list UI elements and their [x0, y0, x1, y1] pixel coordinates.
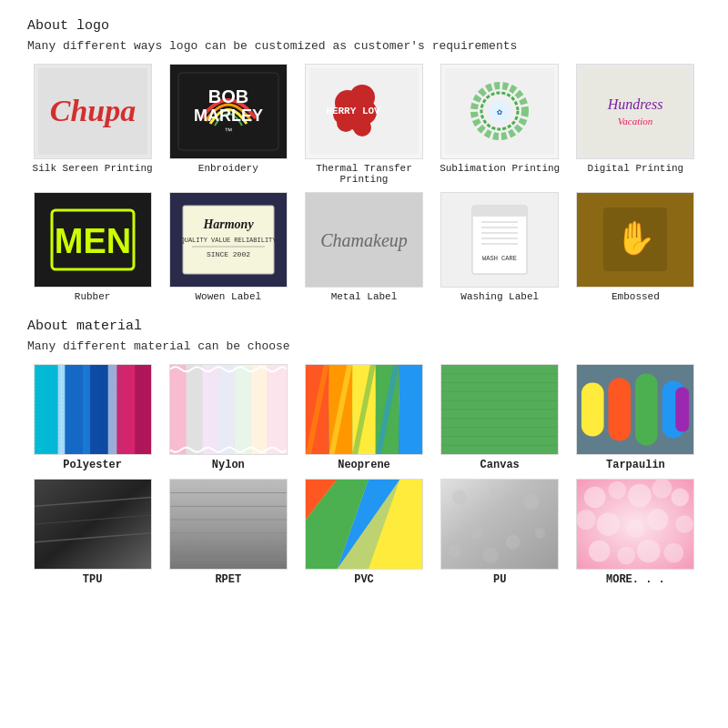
about-material-title: About material — [27, 318, 701, 334]
logo-item-embroidery: BOB MARLEY ™ Enbroidery — [163, 64, 293, 185]
svg-point-14 — [353, 118, 371, 136]
svg-point-120 — [482, 548, 499, 564]
svg-rect-61 — [202, 365, 218, 454]
logo-item-thermal: HERRY LOV Thermal Transfer Printing — [298, 64, 429, 185]
material-label-nylon: Nylon — [212, 459, 245, 471]
svg-point-136 — [664, 543, 684, 563]
logo-label-sublimation: Sublimation Printing — [440, 163, 560, 174]
svg-rect-93 — [35, 480, 151, 569]
logo-label-digital: Digital Printing — [588, 163, 684, 174]
material-grid-row1: Polyester Nylon — [27, 364, 701, 471]
svg-rect-52 — [83, 365, 90, 454]
svg-rect-70 — [399, 365, 422, 454]
logo-item-metal: Chamakeup Chamakeup Metal Label — [298, 192, 429, 302]
svg-point-135 — [637, 540, 661, 563]
svg-rect-54 — [107, 365, 116, 454]
about-logo-desc: Many different ways logo can be customiz… — [27, 39, 701, 53]
material-item-pvc: PVC — [298, 479, 429, 586]
svg-text:BOB: BOB — [208, 86, 248, 106]
svg-point-116 — [471, 527, 484, 540]
logo-grid-row2: MEN Rubber Harmony QUALITY VALUE RELIABI… — [27, 192, 701, 302]
svg-text:QUALITY VALUE RELIABILITY: QUALITY VALUE RELIABILITY — [180, 237, 277, 244]
svg-rect-51 — [65, 365, 83, 454]
material-label-polyester: Polyester — [63, 459, 122, 471]
svg-text:™: ™ — [224, 126, 232, 136]
material-img-neoprene — [305, 364, 423, 455]
svg-rect-87 — [581, 382, 604, 436]
svg-rect-38 — [472, 206, 527, 217]
svg-point-114 — [490, 488, 500, 499]
svg-rect-64 — [250, 365, 267, 454]
material-label-pvc: PVC — [354, 573, 374, 586]
material-label-canvas: Canvas — [480, 459, 520, 471]
svg-point-119 — [449, 545, 461, 558]
svg-rect-88 — [609, 379, 632, 441]
material-label-neoprene: Neoprene — [338, 459, 390, 471]
logo-label-embossed: Embossed — [612, 291, 660, 302]
svg-rect-91 — [676, 387, 690, 431]
about-logo-title: About logo — [27, 18, 701, 34]
svg-text:Hundress: Hundress — [607, 96, 663, 112]
svg-point-126 — [652, 479, 672, 498]
material-label-tpu: TPU — [83, 573, 103, 586]
logo-img-embossed: ✋ — [576, 192, 694, 288]
logo-img-embroidery: BOB MARLEY ™ — [169, 64, 288, 159]
material-item-tpu: TPU — [27, 479, 157, 586]
material-img-rpet — [169, 479, 288, 570]
material-img-tarpaulin — [576, 364, 694, 455]
logo-label-thermal: Thermal Transfer Printing — [298, 163, 429, 185]
svg-point-113 — [452, 490, 467, 505]
svg-text:✋: ✋ — [615, 218, 656, 259]
svg-text:Chamakeup: Chamakeup — [320, 230, 408, 251]
material-img-pu — [440, 479, 559, 570]
svg-point-128 — [577, 510, 596, 530]
material-img-more — [576, 479, 694, 570]
material-item-canvas: Canvas — [435, 364, 565, 471]
material-item-polyester: Polyester — [27, 364, 157, 471]
logo-label-washing: Washing Label — [460, 291, 539, 302]
svg-text:HERRY LOV: HERRY LOV — [326, 106, 380, 116]
svg-point-131 — [647, 509, 669, 531]
material-item-rpet: RPET — [163, 479, 293, 586]
svg-text:SINCE 2002: SINCE 2002 — [207, 250, 250, 258]
svg-text:✿: ✿ — [497, 107, 502, 117]
svg-point-129 — [597, 512, 621, 536]
svg-rect-53 — [90, 365, 108, 454]
svg-point-125 — [629, 484, 652, 508]
logo-img-silk-screen: Chupa — [34, 64, 152, 159]
logo-item-washing: WASH CARE Washing Label — [435, 192, 565, 302]
svg-point-134 — [618, 547, 636, 565]
svg-point-130 — [627, 520, 645, 538]
svg-text:WASH CARE: WASH CARE — [482, 255, 517, 262]
svg-rect-56 — [135, 365, 151, 454]
material-img-nylon — [169, 364, 288, 455]
logo-img-digital: Hundress Vacation — [576, 64, 694, 159]
svg-text:MEN: MEN — [54, 222, 130, 260]
logo-item-digital: Hundress Vacation Digital Printing — [571, 64, 701, 185]
material-label-pu: PU — [493, 573, 506, 586]
svg-rect-89 — [635, 374, 658, 446]
svg-point-13 — [337, 114, 355, 132]
logo-img-rubber: MEN — [34, 192, 152, 288]
material-label-tarpaulin: Tarpaulin — [606, 459, 665, 471]
svg-text:MARLEY: MARLEY — [194, 106, 263, 125]
logo-img-washing: WASH CARE — [440, 192, 559, 288]
material-item-tarpaulin: Tarpaulin — [571, 364, 701, 471]
logo-item-embossed: ✋ Embossed — [571, 192, 701, 302]
svg-rect-55 — [116, 365, 135, 454]
material-img-polyester — [34, 364, 152, 455]
svg-point-124 — [609, 481, 627, 500]
logo-item-rubber: MEN Rubber — [27, 192, 157, 302]
material-item-pu: PU — [435, 479, 565, 586]
material-item-more: MORE. . . — [571, 479, 701, 586]
svg-point-133 — [589, 541, 611, 562]
logo-img-woven: Harmony QUALITY VALUE RELIABILITY SINCE … — [169, 192, 288, 288]
material-label-more: MORE. . . — [606, 573, 665, 586]
svg-rect-63 — [235, 365, 251, 454]
logo-label-embroidery: Enbroidery — [198, 163, 258, 174]
svg-text:Chupa: Chupa — [49, 94, 136, 127]
material-item-nylon: Nylon — [163, 364, 293, 471]
logo-label-rubber: Rubber — [75, 291, 111, 302]
material-img-tpu — [34, 479, 152, 570]
logo-img-thermal: HERRY LOV — [305, 64, 423, 159]
